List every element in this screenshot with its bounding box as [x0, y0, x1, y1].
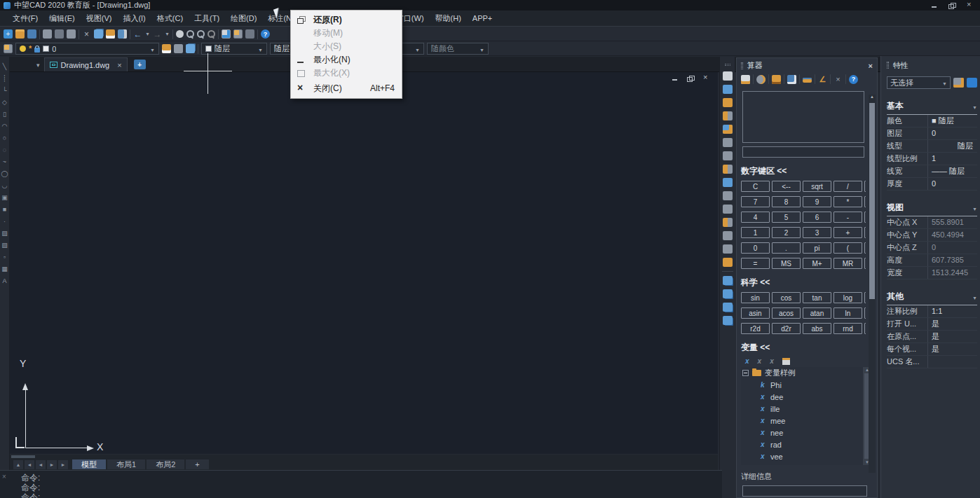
calc-button[interactable]: 6 — [803, 212, 831, 223]
new-tab-button[interactable] — [134, 60, 146, 69]
last-layout-button[interactable]: ► — [58, 460, 68, 469]
separator[interactable] — [722, 271, 733, 272]
construction-line-icon[interactable]: ┊ — [1, 74, 9, 83]
separator[interactable] — [799, 74, 800, 84]
separator[interactable] — [257, 29, 258, 39]
property-value[interactable]: ■ 随层 — [927, 115, 977, 127]
selection-dropdown[interactable]: 无选择 — [887, 76, 951, 89]
property-value[interactable]: 是 — [927, 343, 977, 355]
property-value[interactable]: —— 随层 — [927, 165, 977, 177]
property-row[interactable]: 注释比例 1:1 — [887, 305, 977, 318]
document-tab[interactable]: Drawing1.dwg — [44, 57, 128, 71]
drawing-canvas[interactable]: Y X — [10, 72, 718, 454]
calc-button[interactable]: + — [833, 227, 862, 238]
layout-tab[interactable]: 布局1 — [107, 459, 145, 469]
calc-button[interactable]: x^y — [864, 227, 866, 238]
layer-properties-icon[interactable] — [222, 29, 231, 39]
close-icon[interactable] — [966, 2, 973, 9]
property-row[interactable]: 每个视... 是 — [887, 343, 977, 356]
separator[interactable] — [784, 74, 784, 84]
collapse-icon[interactable] — [742, 370, 749, 376]
erase-icon[interactable] — [723, 71, 733, 81]
context-menu-item[interactable]: 还原(R) — [291, 13, 402, 27]
calc-button[interactable]: <-- — [772, 181, 801, 192]
property-value[interactable]: 随层 — [927, 140, 977, 152]
send-under-objects-icon[interactable] — [723, 316, 733, 325]
layer-tools-icon[interactable] — [4, 44, 13, 53]
mirror-icon[interactable] — [723, 98, 733, 107]
scale-icon[interactable] — [723, 165, 733, 174]
print-icon[interactable] — [43, 29, 52, 39]
variable-item[interactable]: x ille — [741, 403, 871, 415]
sci-button[interactable]: 10^x — [864, 292, 866, 303]
calc-button[interactable]: ) — [864, 242, 866, 254]
section-header-basic[interactable]: 基本 — [887, 100, 977, 115]
break-icon[interactable] — [723, 218, 733, 227]
calc-button[interactable]: * — [833, 196, 862, 207]
doc-restore-icon[interactable] — [687, 75, 694, 82]
calc-button[interactable]: 5 — [772, 212, 801, 223]
section-header-other[interactable]: 其他 — [887, 291, 977, 305]
section-header-view[interactable]: 视图 — [887, 202, 977, 216]
property-value[interactable]: 1 — [927, 153, 977, 165]
calc-button[interactable]: 0 — [741, 242, 770, 254]
chamfer-icon[interactable] — [723, 231, 733, 240]
sci-button[interactable]: e^x — [864, 307, 866, 319]
separator[interactable] — [79, 29, 79, 39]
menu-item[interactable]: 插入(I) — [117, 11, 151, 26]
layout-tab[interactable]: 布局2 — [147, 459, 184, 469]
calc-button[interactable]: sqrt — [803, 181, 831, 192]
circle-icon[interactable]: ○ — [1, 134, 9, 142]
first-layout-button[interactable]: ◄ — [25, 460, 34, 469]
calc-button[interactable]: 1 — [741, 227, 770, 238]
property-row[interactable]: 中心点 Y 450.4994 — [887, 229, 977, 242]
move-icon[interactable] — [723, 138, 733, 147]
intersection-icon[interactable]: × — [833, 75, 843, 84]
calc-button[interactable]: 1/x — [864, 181, 866, 192]
copy-icon[interactable] — [723, 85, 733, 94]
separator[interactable] — [753, 74, 754, 84]
extend-icon[interactable] — [723, 205, 733, 214]
calc-button[interactable]: 2 — [772, 227, 801, 238]
separator[interactable] — [815, 74, 815, 84]
property-row[interactable]: 宽度 1513.2445 — [887, 267, 977, 279]
calc-button[interactable]: x^2 — [864, 196, 866, 207]
redo-icon[interactable]: → — [153, 29, 162, 39]
polygon-icon[interactable]: ◇ — [1, 98, 9, 106]
quick-select-icon[interactable] — [953, 78, 964, 88]
context-menu-item[interactable]: 移动(M) — [291, 27, 402, 40]
table-icon[interactable]: ▦ — [1, 265, 9, 273]
tab-list-menu-icon[interactable] — [36, 60, 40, 69]
menu-item[interactable]: APP+ — [467, 11, 498, 26]
sci-button[interactable]: ln — [833, 307, 862, 319]
menu-item[interactable]: 格式(C) — [151, 11, 189, 26]
property-row[interactable]: 线宽 —— 随层 — [887, 165, 977, 178]
calc-button[interactable]: 4 — [741, 212, 770, 223]
calc-button[interactable]: pi — [803, 242, 831, 254]
property-value[interactable]: 0 — [927, 178, 977, 190]
calc-button[interactable]: M+ — [803, 258, 831, 269]
layer-states-manager-icon[interactable] — [186, 44, 195, 53]
bring-above-objects-icon[interactable] — [723, 303, 733, 312]
property-row[interactable]: 厚度 0 — [887, 178, 977, 191]
property-row[interactable]: 颜色 ■ 随层 — [887, 115, 977, 127]
revision-cloud-icon[interactable]: ◌ — [1, 146, 9, 154]
sci-button[interactable]: sin — [741, 292, 770, 303]
hatch-icon[interactable]: ▨ — [1, 229, 9, 237]
delete-variable-icon[interactable]: x — [770, 357, 774, 365]
options-icon[interactable] — [756, 75, 765, 84]
menu-item[interactable]: 工具(T) — [189, 11, 225, 26]
color-dropdown[interactable]: 随层 — [201, 43, 267, 55]
context-menu-item[interactable]: 关闭(C) Alt+F4 — [291, 82, 402, 95]
get-coordinates-icon[interactable] — [787, 75, 796, 84]
next-layout-button[interactable]: ► — [47, 460, 57, 469]
sci-button[interactable]: abs — [803, 323, 831, 334]
spline-icon[interactable]: ~ — [1, 158, 9, 166]
doc-minimize-icon[interactable] — [672, 75, 679, 82]
trim-icon[interactable] — [723, 191, 733, 200]
ellipse-arc-icon[interactable]: ◡ — [1, 181, 9, 190]
variable-item[interactable]: x vee — [741, 450, 871, 462]
layout-menu-button[interactable]: ▲ — [13, 460, 23, 469]
separator[interactable] — [130, 29, 130, 39]
sci-button[interactable]: atan — [803, 307, 831, 319]
